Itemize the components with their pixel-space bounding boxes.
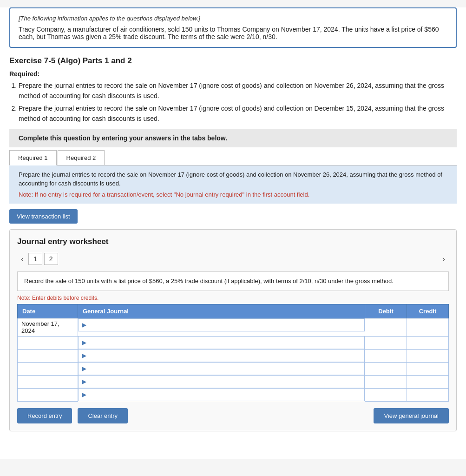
table-row-debit-0[interactable] bbox=[365, 318, 407, 336]
journal-input-5[interactable] bbox=[86, 389, 364, 401]
journal-card: Journal entry worksheet ‹ 1 2 › Record t… bbox=[9, 229, 457, 431]
tab-required2[interactable]: Required 2 bbox=[58, 150, 105, 165]
col-header-credit: Credit bbox=[407, 304, 449, 318]
table-row-debit-5[interactable] bbox=[365, 388, 407, 401]
entry-description-box: Record the sale of 150 units with a list… bbox=[17, 271, 449, 291]
table-row-debit-1[interactable] bbox=[365, 336, 407, 349]
journal-input-0[interactable] bbox=[86, 319, 364, 331]
table-row-date-1 bbox=[18, 336, 78, 349]
table-row-date-5 bbox=[18, 388, 78, 401]
table-row-date-2 bbox=[18, 349, 78, 362]
required-item-2: Prepare the journal entries to record th… bbox=[19, 103, 457, 124]
view-transaction-button[interactable]: View transaction list bbox=[9, 209, 78, 224]
table-row-journal-2[interactable]: ▶ bbox=[78, 349, 365, 362]
table-row-debit-4[interactable] bbox=[365, 375, 407, 388]
debit-input-1[interactable] bbox=[365, 337, 407, 349]
table-row-debit-2[interactable] bbox=[365, 349, 407, 362]
debit-input-4[interactable] bbox=[365, 376, 407, 388]
view-general-journal-button[interactable]: View general journal bbox=[374, 408, 449, 423]
description-note: Note: If no entry is required for a tran… bbox=[19, 190, 447, 199]
credit-input-4[interactable] bbox=[407, 376, 448, 388]
journal-title: Journal entry worksheet bbox=[17, 237, 449, 246]
page-wrapper: [The following information applies to th… bbox=[0, 7, 466, 459]
table-row-journal-0[interactable]: ▶ bbox=[78, 318, 365, 331]
debit-credit-note: Note: Enter debits before credits. bbox=[17, 295, 449, 301]
exercise-title: Exercise 7-5 (Algo) Parts 1 and 2 bbox=[9, 56, 457, 66]
debit-input-0[interactable] bbox=[365, 318, 407, 336]
table-row-credit-4[interactable] bbox=[407, 375, 449, 388]
info-body: Tracy Company, a manufacturer of air con… bbox=[19, 26, 447, 40]
complete-bar-text: Complete this question by entering your … bbox=[19, 134, 227, 142]
next-page-button[interactable]: › bbox=[439, 253, 449, 265]
tabs-container: Required 1 Required 2 bbox=[9, 147, 457, 165]
description-bar: Prepare the journal entries to record th… bbox=[9, 165, 457, 204]
complete-bar: Complete this question by entering your … bbox=[9, 129, 457, 147]
credit-input-2[interactable] bbox=[407, 350, 448, 362]
table-row-journal-5[interactable]: ▶ bbox=[78, 388, 365, 401]
table-row-journal-3[interactable]: ▶ bbox=[78, 362, 365, 375]
bottom-buttons: Record entry Clear entry View general jo… bbox=[17, 408, 449, 423]
prev-page-button[interactable]: ‹ bbox=[17, 253, 27, 265]
journal-input-4[interactable] bbox=[86, 376, 364, 388]
info-box: [The following information applies to th… bbox=[9, 7, 457, 48]
pagination: ‹ 1 2 › bbox=[17, 253, 449, 265]
row-arrow-0: ▶ bbox=[80, 322, 86, 328]
row-arrow-4: ▶ bbox=[80, 378, 86, 385]
col-header-debit: Debit bbox=[365, 304, 407, 318]
journal-input-2[interactable] bbox=[86, 350, 364, 362]
table-row-credit-5[interactable] bbox=[407, 388, 449, 401]
info-intro: [The following information applies to th… bbox=[19, 15, 447, 22]
table-row-journal-1[interactable]: ▶ bbox=[78, 336, 365, 349]
table-row-date-0: November 17, 2024 bbox=[18, 318, 78, 336]
journal-table: Date General Journal Debit Credit Novemb… bbox=[17, 304, 449, 402]
credit-input-3[interactable] bbox=[407, 363, 448, 375]
debit-input-3[interactable] bbox=[365, 363, 407, 375]
journal-input-1[interactable] bbox=[86, 337, 364, 349]
description-main: Prepare the journal entries to record th… bbox=[19, 170, 447, 188]
table-row-debit-3[interactable] bbox=[365, 362, 407, 375]
table-row-credit-1[interactable] bbox=[407, 336, 449, 349]
record-entry-button[interactable]: Record entry bbox=[17, 408, 72, 423]
col-header-journal: General Journal bbox=[78, 304, 365, 318]
row-arrow-2: ▶ bbox=[80, 352, 86, 359]
credit-input-1[interactable] bbox=[407, 337, 448, 349]
clear-entry-button[interactable]: Clear entry bbox=[78, 408, 128, 423]
row-arrow-1: ▶ bbox=[80, 339, 86, 346]
col-header-date: Date bbox=[18, 304, 78, 318]
credit-input-0[interactable] bbox=[407, 318, 448, 336]
page-2-button[interactable]: 2 bbox=[44, 253, 58, 265]
table-row-credit-2[interactable] bbox=[407, 349, 449, 362]
row-arrow-5: ▶ bbox=[80, 391, 86, 398]
table-row-credit-0[interactable] bbox=[407, 318, 449, 336]
credit-input-5[interactable] bbox=[407, 389, 448, 401]
page-1-button[interactable]: 1 bbox=[28, 253, 42, 265]
debit-input-5[interactable] bbox=[365, 389, 407, 401]
required-label: Required: bbox=[9, 70, 457, 78]
entry-description-text: Record the sale of 150 units with a list… bbox=[24, 278, 394, 284]
table-row-credit-3[interactable] bbox=[407, 362, 449, 375]
required-list: Prepare the journal entries to record th… bbox=[19, 80, 457, 124]
row-arrow-3: ▶ bbox=[80, 365, 86, 372]
tab-required1[interactable]: Required 1 bbox=[9, 150, 57, 165]
journal-input-3[interactable] bbox=[86, 363, 364, 375]
table-row-date-4 bbox=[18, 375, 78, 388]
table-row-journal-4[interactable]: ▶ bbox=[78, 375, 365, 388]
debit-input-2[interactable] bbox=[365, 350, 407, 362]
required-item-1: Prepare the journal entries to record th… bbox=[19, 80, 457, 101]
table-row-date-3 bbox=[18, 362, 78, 375]
